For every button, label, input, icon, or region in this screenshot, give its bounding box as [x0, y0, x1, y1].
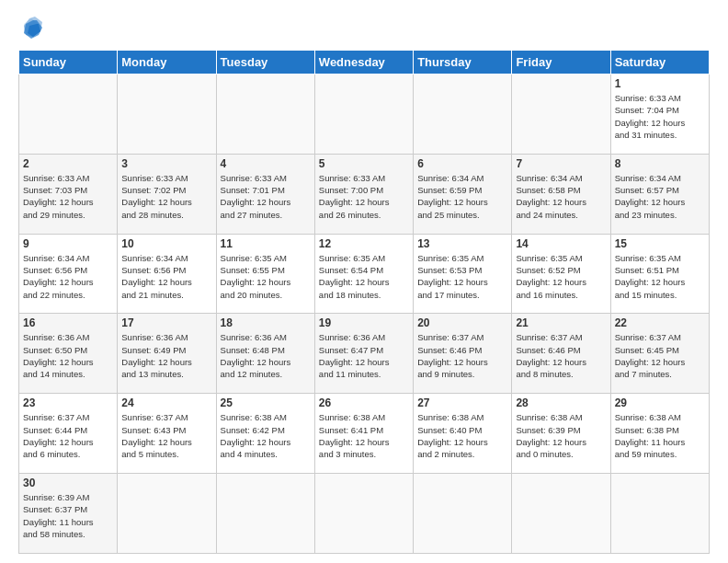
calendar-week-row: 16Sunrise: 6:36 AM Sunset: 6:50 PM Dayli…	[19, 314, 710, 394]
calendar-day: 8Sunrise: 6:34 AM Sunset: 6:57 PM Daylig…	[610, 154, 709, 234]
calendar-day: 1Sunrise: 6:33 AM Sunset: 7:04 PM Daylig…	[610, 75, 709, 155]
day-info: Sunrise: 6:38 AM Sunset: 6:40 PM Dayligh…	[417, 411, 507, 460]
day-info: Sunrise: 6:36 AM Sunset: 6:49 PM Dayligh…	[121, 331, 211, 380]
calendar-day: 21Sunrise: 6:37 AM Sunset: 6:46 PM Dayli…	[512, 314, 610, 394]
day-number: 4	[221, 157, 311, 170]
day-number: 9	[23, 237, 113, 250]
day-number: 13	[417, 237, 507, 250]
day-number: 26	[319, 396, 409, 409]
calendar-empty-day	[314, 75, 413, 155]
calendar-empty-day	[118, 474, 216, 554]
day-number: 2	[23, 157, 113, 170]
day-info: Sunrise: 6:37 AM Sunset: 6:45 PM Dayligh…	[615, 331, 705, 380]
calendar-table: SundayMondayTuesdayWednesdayThursdayFrid…	[18, 50, 710, 554]
calendar-empty-day	[414, 75, 512, 155]
day-info: Sunrise: 6:37 AM Sunset: 6:46 PM Dayligh…	[417, 331, 507, 380]
day-info: Sunrise: 6:34 AM Sunset: 6:58 PM Dayligh…	[516, 172, 606, 221]
day-number: 23	[23, 396, 113, 409]
calendar-day: 25Sunrise: 6:38 AM Sunset: 6:42 PM Dayli…	[216, 394, 314, 474]
day-info: Sunrise: 6:39 AM Sunset: 6:37 PM Dayligh…	[23, 491, 113, 540]
calendar-day: 4Sunrise: 6:33 AM Sunset: 7:01 PM Daylig…	[216, 154, 314, 234]
logo	[18, 15, 48, 40]
calendar-day: 24Sunrise: 6:37 AM Sunset: 6:43 PM Dayli…	[118, 394, 216, 474]
day-number: 8	[615, 157, 705, 170]
calendar-day: 22Sunrise: 6:37 AM Sunset: 6:45 PM Dayli…	[610, 314, 709, 394]
day-info: Sunrise: 6:33 AM Sunset: 7:04 PM Dayligh…	[615, 92, 705, 141]
calendar-week-row: 30Sunrise: 6:39 AM Sunset: 6:37 PM Dayli…	[19, 474, 710, 554]
day-info: Sunrise: 6:34 AM Sunset: 6:56 PM Dayligh…	[121, 252, 211, 301]
calendar-week-row: 23Sunrise: 6:37 AM Sunset: 6:44 PM Dayli…	[19, 394, 710, 474]
day-info: Sunrise: 6:35 AM Sunset: 6:55 PM Dayligh…	[221, 252, 311, 301]
logo-icon	[18, 15, 44, 40]
day-number: 16	[23, 316, 113, 329]
calendar-empty-day	[314, 474, 413, 554]
calendar-empty-day	[512, 474, 610, 554]
day-number: 28	[516, 396, 606, 409]
calendar-day: 14Sunrise: 6:35 AM Sunset: 6:52 PM Dayli…	[512, 234, 610, 314]
calendar-day: 11Sunrise: 6:35 AM Sunset: 6:55 PM Dayli…	[216, 234, 314, 314]
calendar-day: 16Sunrise: 6:36 AM Sunset: 6:50 PM Dayli…	[19, 314, 118, 394]
calendar-week-row: 2Sunrise: 6:33 AM Sunset: 7:03 PM Daylig…	[19, 154, 710, 234]
day-number: 29	[615, 396, 705, 409]
calendar-week-row: 9Sunrise: 6:34 AM Sunset: 6:56 PM Daylig…	[19, 234, 710, 314]
calendar-empty-day	[118, 75, 216, 155]
calendar-day: 6Sunrise: 6:34 AM Sunset: 6:59 PM Daylig…	[414, 154, 512, 234]
day-number: 6	[417, 157, 507, 170]
calendar-day: 17Sunrise: 6:36 AM Sunset: 6:49 PM Dayli…	[118, 314, 216, 394]
day-info: Sunrise: 6:33 AM Sunset: 7:03 PM Dayligh…	[23, 172, 113, 221]
calendar-empty-day	[19, 75, 118, 155]
day-number: 30	[23, 477, 113, 489]
calendar-day: 9Sunrise: 6:34 AM Sunset: 6:56 PM Daylig…	[19, 234, 118, 314]
day-number: 22	[615, 316, 705, 329]
calendar-day: 3Sunrise: 6:33 AM Sunset: 7:02 PM Daylig…	[118, 154, 216, 234]
day-info: Sunrise: 6:33 AM Sunset: 7:02 PM Dayligh…	[121, 172, 211, 221]
day-info: Sunrise: 6:35 AM Sunset: 6:51 PM Dayligh…	[615, 252, 705, 301]
day-info: Sunrise: 6:36 AM Sunset: 6:50 PM Dayligh…	[23, 331, 113, 380]
day-number: 15	[615, 237, 705, 250]
day-number: 10	[121, 237, 211, 250]
page: SundayMondayTuesdayWednesdayThursdayFrid…	[0, 0, 728, 563]
calendar-empty-day	[414, 474, 512, 554]
day-number: 20	[417, 316, 507, 329]
calendar-day: 15Sunrise: 6:35 AM Sunset: 6:51 PM Dayli…	[610, 234, 709, 314]
calendar-day: 20Sunrise: 6:37 AM Sunset: 6:46 PM Dayli…	[414, 314, 512, 394]
calendar-day: 5Sunrise: 6:33 AM Sunset: 7:00 PM Daylig…	[314, 154, 413, 234]
day-number: 27	[417, 396, 507, 409]
day-info: Sunrise: 6:34 AM Sunset: 6:59 PM Dayligh…	[417, 172, 507, 221]
day-info: Sunrise: 6:38 AM Sunset: 6:39 PM Dayligh…	[516, 411, 606, 460]
calendar-day: 10Sunrise: 6:34 AM Sunset: 6:56 PM Dayli…	[118, 234, 216, 314]
calendar-empty-day	[216, 474, 314, 554]
header	[18, 15, 710, 40]
day-header: Sunday	[19, 51, 118, 75]
calendar-week-row: 1Sunrise: 6:33 AM Sunset: 7:04 PM Daylig…	[19, 75, 710, 155]
calendar-day: 18Sunrise: 6:36 AM Sunset: 6:48 PM Dayli…	[216, 314, 314, 394]
calendar-day: 27Sunrise: 6:38 AM Sunset: 6:40 PM Dayli…	[414, 394, 512, 474]
calendar-day: 2Sunrise: 6:33 AM Sunset: 7:03 PM Daylig…	[19, 154, 118, 234]
day-number: 7	[516, 157, 606, 170]
calendar-empty-day	[216, 75, 314, 155]
day-info: Sunrise: 6:33 AM Sunset: 7:01 PM Dayligh…	[221, 172, 311, 221]
day-number: 24	[121, 396, 211, 409]
day-info: Sunrise: 6:35 AM Sunset: 6:52 PM Dayligh…	[516, 252, 606, 301]
day-info: Sunrise: 6:35 AM Sunset: 6:54 PM Dayligh…	[319, 252, 409, 301]
day-number: 11	[221, 237, 311, 250]
calendar-day: 28Sunrise: 6:38 AM Sunset: 6:39 PM Dayli…	[512, 394, 610, 474]
day-number: 17	[121, 316, 211, 329]
calendar-empty-day	[610, 474, 709, 554]
day-info: Sunrise: 6:33 AM Sunset: 7:00 PM Dayligh…	[319, 172, 409, 221]
calendar-day: 12Sunrise: 6:35 AM Sunset: 6:54 PM Dayli…	[314, 234, 413, 314]
day-info: Sunrise: 6:38 AM Sunset: 6:38 PM Dayligh…	[615, 411, 705, 460]
calendar-day: 19Sunrise: 6:36 AM Sunset: 6:47 PM Dayli…	[314, 314, 413, 394]
day-header: Friday	[512, 51, 610, 75]
calendar-day: 29Sunrise: 6:38 AM Sunset: 6:38 PM Dayli…	[610, 394, 709, 474]
day-number: 14	[516, 237, 606, 250]
day-info: Sunrise: 6:37 AM Sunset: 6:43 PM Dayligh…	[121, 411, 211, 460]
day-header: Monday	[118, 51, 216, 75]
day-header: Wednesday	[314, 51, 413, 75]
day-number: 12	[319, 237, 409, 250]
calendar-empty-day	[512, 75, 610, 155]
day-header: Saturday	[610, 51, 709, 75]
day-number: 5	[319, 157, 409, 170]
day-number: 3	[121, 157, 211, 170]
day-info: Sunrise: 6:35 AM Sunset: 6:53 PM Dayligh…	[417, 252, 507, 301]
